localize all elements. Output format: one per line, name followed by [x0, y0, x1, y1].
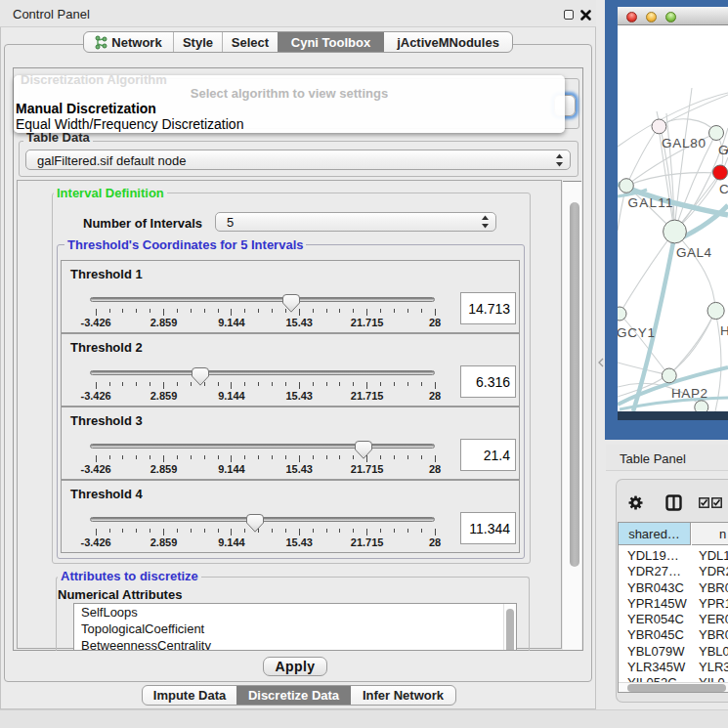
svg-text:GAL80: GAL80 — [662, 136, 706, 150]
svg-text:C: C — [719, 182, 728, 196]
svg-text:GA: GA — [718, 143, 728, 157]
svg-text:GAL11: GAL11 — [628, 195, 673, 210]
svg-text:GAL4: GAL4 — [676, 245, 711, 260]
svg-text:GCY1: GCY1 — [618, 325, 655, 340]
svg-text:HAP2: HAP2 — [671, 386, 707, 401]
svg-text:H: H — [720, 323, 728, 338]
